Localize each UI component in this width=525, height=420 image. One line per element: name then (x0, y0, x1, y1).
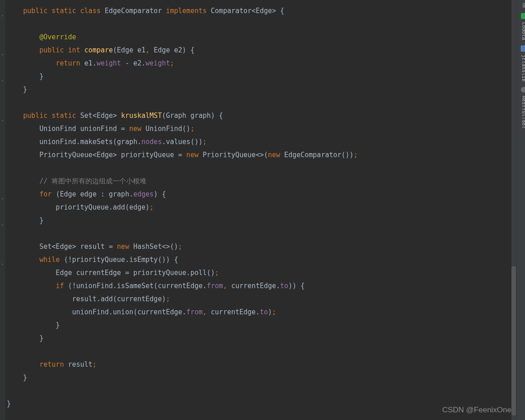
code-line[interactable]: public static Set<Edge> kruskalMST(Graph… (7, 109, 511, 122)
code-token: ) { (154, 190, 166, 198)
code-token: )) { (288, 282, 305, 290)
code-line[interactable]: if (!unionFind.isSameSet(currentEdge.fro… (7, 280, 511, 293)
code-line[interactable]: } (7, 332, 511, 345)
code-line[interactable]: } (7, 319, 511, 332)
code-token (7, 59, 56, 67)
code-token: } (7, 334, 43, 342)
code-token: result.add(currentEdge) (7, 295, 166, 303)
code-token: from (207, 282, 223, 290)
sidebar-tab-restfultool[interactable]: RestfulTool (516, 84, 525, 131)
code-token: // 将图中所有的边组成一个小根堆 (39, 177, 146, 185)
code-token: , (202, 308, 211, 316)
code-line[interactable]: // 将图中所有的边组成一个小根堆 (7, 175, 511, 188)
code-token: ; (272, 308, 276, 316)
code-line[interactable]: UnionFind unionFind = new UnionFind(); (7, 122, 511, 135)
code-token: Edge e2) { (154, 46, 194, 54)
code-line[interactable]: PriorityQueue<Edge> priorityQueue = new … (7, 149, 511, 162)
code-token: ; (354, 151, 358, 159)
code-token (7, 360, 39, 369)
code-token: kruskalMST (121, 112, 162, 120)
code-line[interactable] (7, 96, 511, 109)
code-token: UnionFind() (145, 125, 190, 133)
code-token: new (186, 151, 202, 159)
code-line[interactable]: while (!priorityQueue.isEmpty()) { (7, 253, 511, 266)
code-token: new (117, 243, 133, 251)
sidebar-tab-codota[interactable]: Codota (516, 10, 525, 43)
code-line[interactable]: public int compare(Edge e1, Edge e2) { (7, 44, 511, 57)
code-line[interactable]: Set<Edge> result = new HashSet<>(); (7, 240, 511, 253)
code-line[interactable]: priorityQueue.add(edge); (7, 201, 511, 214)
code-token: HashSet<>() (133, 243, 178, 251)
code-token: unionFind.makeSets(graph. (7, 138, 141, 146)
code-token: } (7, 321, 60, 329)
code-token: priorityQueue.add(edge) (7, 203, 150, 211)
code-token: ; (170, 59, 174, 67)
code-token: (Edge e1 (113, 46, 145, 54)
code-line[interactable]: return e1.weight - e2.weight; (7, 57, 511, 70)
code-line[interactable]: Edge currentEdge = priorityQueue.poll(); (7, 266, 511, 280)
code-token: ; (178, 243, 182, 251)
code-line[interactable]: } (7, 70, 511, 83)
code-token (7, 256, 39, 264)
code-line[interactable]: for (Edge edge : graph.edges) { (7, 188, 511, 201)
code-token (7, 282, 56, 290)
code-line[interactable]: public static class EdgeComparator imple… (7, 5, 511, 18)
code-line[interactable]: } (7, 371, 511, 384)
codota-icon (521, 13, 525, 19)
code-token (7, 33, 39, 41)
code-token: result (68, 360, 92, 369)
code-token: UnionFind unionFind = (7, 125, 129, 133)
code-token: compare (84, 46, 113, 54)
code-line[interactable]: } (7, 214, 511, 227)
code-token: public int (39, 46, 84, 54)
code-token: Set<Edge> result = (7, 243, 117, 251)
code-token: new (268, 151, 284, 159)
code-token: } (7, 373, 27, 382)
restfultool-label: RestfulTool (517, 96, 525, 129)
code-token: return (39, 360, 68, 369)
code-token: currentEdge. (231, 282, 280, 290)
restfultool-icon (521, 87, 525, 93)
code-token: ; (215, 269, 219, 277)
code-token: ) (268, 308, 272, 316)
code-token: for (39, 190, 56, 198)
code-token: return (56, 59, 84, 67)
code-token (7, 190, 39, 198)
code-token: if (56, 282, 68, 290)
code-token: PriorityQueue<Edge> priorityQueue = (7, 151, 186, 159)
code-line[interactable]: @Override (7, 31, 511, 44)
code-token: from (186, 308, 202, 316)
code-line[interactable] (7, 162, 511, 175)
code-line[interactable]: } (7, 397, 511, 411)
code-editor[interactable]: public static class EdgeComparator imple… (0, 0, 511, 420)
code-token: to (260, 308, 268, 316)
code-token: Set<Edge> (80, 112, 121, 120)
code-token: to (280, 282, 288, 290)
code-line[interactable]: } (7, 83, 511, 96)
code-token: public static (23, 112, 80, 120)
code-token: ; (93, 360, 97, 369)
code-line[interactable] (7, 227, 511, 240)
code-token: e1. (84, 59, 97, 67)
code-token (7, 177, 39, 185)
code-token: } (7, 400, 11, 408)
code-token: (!priorityQueue.isEmpty()) { (64, 256, 178, 264)
code-token: implements (166, 7, 211, 15)
code-line[interactable] (7, 345, 511, 358)
sidebar-tab-partial[interactable]: se (516, 0, 525, 10)
code-line[interactable]: unionFind.makeSets(graph.nodes.values())… (7, 135, 511, 149)
code-token: Comparator<Edge> { (211, 7, 285, 15)
code-token: new (129, 125, 145, 133)
code-token: ; (202, 138, 206, 146)
code-line[interactable] (7, 384, 511, 397)
jclasslib-icon (521, 46, 525, 51)
code-token: currentEdge. (211, 308, 260, 316)
code-token: nodes (141, 138, 162, 146)
code-line[interactable]: unionFind.union(currentEdge.from, curren… (7, 306, 511, 319)
code-token: while (39, 256, 64, 264)
code-line[interactable]: result.add(currentEdge); (7, 293, 511, 306)
code-line[interactable]: return result; (7, 358, 511, 371)
code-token: - e2. (125, 59, 145, 67)
sidebar-tab-jclasslib[interactable]: jclasslib (516, 43, 525, 84)
code-line[interactable] (7, 18, 511, 31)
